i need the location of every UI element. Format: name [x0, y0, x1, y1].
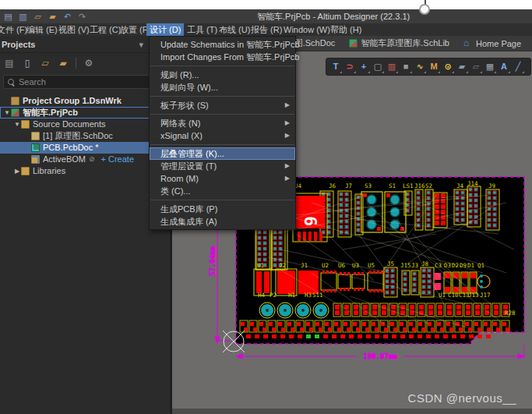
panel-menu-icon[interactable]: ▾	[139, 36, 143, 53]
text-icon[interactable]: A	[497, 59, 511, 74]
tree-item-7[interactable]: ▶Libraries	[0, 165, 170, 177]
pcb-label-U1: U1	[257, 262, 264, 269]
bottom-strip	[170, 409, 532, 414]
create-link[interactable]: + Create	[101, 154, 135, 165]
interactive-route-icon[interactable]: M	[427, 59, 441, 74]
design-menu-item-6[interactable]: 板子形状 (S)▶	[150, 99, 295, 111]
menubar-item-6[interactable]: 设计 (D)	[146, 23, 184, 36]
design-menu-item-14[interactable]: 类 (C)...	[150, 185, 295, 197]
menubar-item-10[interactable]: Window (W)	[280, 23, 333, 36]
open-project-icon[interactable]: ▰	[48, 12, 58, 22]
folder-yellow-icon	[21, 167, 30, 175]
submenu-arrow-icon: ▶	[285, 99, 290, 111]
open-folder-icon[interactable]: ▱	[40, 58, 51, 69]
design-menu-item-9[interactable]: xSignal (X)▶	[150, 129, 295, 142]
design-dropdown-menu: Update Schematics in 智能车.PrjPcbImport Ch…	[149, 36, 296, 230]
pcb-label-S2: S2	[425, 182, 432, 189]
pin-icon[interactable]: ⊙	[441, 59, 455, 74]
redo-icon[interactable]: ↷	[77, 12, 87, 22]
add-folder-icon[interactable]: ▰	[58, 58, 69, 69]
design-menu-item-4[interactable]: 规则向导 (W)...	[150, 81, 295, 94]
expand-arrow-icon[interactable]: ▶	[13, 165, 21, 177]
schdoc-icon	[31, 132, 40, 140]
design-menu-item-label: 规则向导 (W)...	[160, 83, 218, 92]
project-tree: Project Group 1.DsnWrk▼智能车.PrjPcb▼Source…	[0, 95, 170, 177]
filter-icon[interactable]: T	[329, 59, 343, 74]
design-menu-item-1[interactable]: Import Changes From 智能车.PrjPcb	[150, 51, 295, 63]
design-menu-item-label: 生成PCB库 (P)	[160, 204, 217, 214]
select-area-icon[interactable]: ▢	[371, 59, 385, 74]
magnet-icon[interactable]: ⊃	[343, 59, 357, 74]
doc-tab-3[interactable]: 智能车原理图库.SchLib	[342, 36, 456, 51]
pcb-label-U1: U1	[439, 292, 446, 299]
pcb-label-H1: H1	[288, 292, 295, 299]
document-icon[interactable]: ▯	[22, 58, 33, 69]
tree-item-label: [1] 原理图.SchDoc	[43, 130, 113, 142]
home-icon: ⌂	[463, 39, 473, 48]
pcb-label-R28: R28	[505, 310, 516, 317]
design-menu-item-8[interactable]: 网络表 (N)▶	[150, 117, 295, 129]
tree-item-3[interactable]: ▼Source Documents	[0, 119, 170, 130]
design-menu-item-13[interactable]: Room (M)▶	[150, 172, 295, 185]
design-menu-item-3[interactable]: 规则 (R)...	[150, 69, 295, 81]
design-menu-item-label: 层叠管理器 (K)...	[160, 149, 224, 158]
menubar-item-11[interactable]: 帮助 (H)	[327, 23, 365, 36]
grid-icon[interactable]: ▦	[483, 59, 497, 74]
submenu-arrow-icon: ▶	[285, 172, 290, 185]
title-bar: ▤▥▱▰↶↷ 智能车.PrjPcb - Altium Designer (22.…	[0, 9, 532, 23]
pcb-label-U2: U2	[322, 262, 329, 269]
pcb-label-J7: J7	[345, 182, 352, 189]
settings-icon[interactable]: ⚙	[83, 58, 94, 69]
pcb-label-D1: D1	[467, 262, 474, 269]
plane-icon[interactable]: ▱	[469, 59, 483, 74]
undo-icon[interactable]: ↶	[62, 12, 72, 22]
design-menu-item-16[interactable]: 生成PCB库 (P)	[150, 203, 295, 215]
projects-search-input[interactable]: Search	[3, 75, 167, 89]
tree-item-2[interactable]: ▼智能车.PrjPcb	[0, 107, 170, 119]
design-menu-item-12[interactable]: 管理层设置 (T)▶	[150, 160, 295, 172]
design-menu-item-label: 生成集成库 (A)	[160, 217, 217, 226]
save-icon[interactable]: ▤	[3, 12, 13, 22]
folder-tan-icon	[11, 97, 19, 105]
measure-icon[interactable]: ▥	[385, 59, 399, 74]
design-menu-item-11[interactable]: 层叠管理器 (K)...	[150, 147, 295, 160]
crosshair-icon[interactable]: +	[357, 59, 371, 74]
design-menu-item-label: Import Changes From 智能车.PrjPcb	[160, 52, 300, 62]
design-menu-item-17[interactable]: 生成集成库 (A)	[150, 215, 295, 228]
collapse-arrow-icon[interactable]: ▼	[3, 107, 11, 119]
pcb-label-J8: J8	[421, 260, 429, 267]
pcb-label-6: 6	[301, 216, 320, 226]
design-menu-item-label: 管理层设置 (T)	[160, 161, 217, 171]
pcb-label-J3: J3	[411, 262, 418, 269]
pcb-label-J6: J6	[329, 182, 336, 189]
tree-item-label: Source Documents	[33, 119, 106, 130]
tree-item-5[interactable]: PCB.PcbDoc *	[0, 142, 170, 154]
pcb-label-J2: J2	[279, 262, 286, 269]
line-icon[interactable]: ╱	[511, 59, 525, 74]
tree-item-4[interactable]: [1] 原理图.SchDoc	[0, 130, 170, 142]
save-icon[interactable]: ▤	[4, 58, 15, 69]
design-menu-item-0[interactable]: Update Schematics in 智能车.PrjPcb	[150, 38, 295, 51]
submenu-arrow-icon: ▶	[285, 129, 290, 142]
pcb-label-J16: J16	[414, 182, 425, 189]
tree-item-6[interactable]: ActiveBOM⊘+ Create	[0, 154, 170, 165]
tree-item-label: PCB.PcbDoc *	[43, 142, 99, 154]
collapse-arrow-icon[interactable]: ▼	[13, 119, 21, 130]
design-menu-item-label: 网络表 (N)	[160, 119, 200, 128]
pcb-label-H3: H3	[305, 292, 312, 299]
altium-designer-window: { "window": { "title": "智能车.PrjPcb - Alt…	[0, 0, 532, 414]
polygon-icon[interactable]: ▰	[455, 59, 469, 74]
info-badge: ⊘	[89, 154, 95, 165]
project-icon	[11, 108, 19, 117]
open-icon[interactable]: ▱	[33, 12, 43, 22]
design-menu-item-label: 板子形状 (S)	[160, 101, 209, 110]
save-all-icon[interactable]: ▥	[18, 12, 28, 22]
search-placeholder: Search	[19, 77, 46, 87]
route-icon[interactable]: ∿	[413, 59, 427, 74]
doc-tab-4[interactable]: ⌂Home Page	[456, 36, 528, 51]
pcb-label-U6: U6	[338, 262, 346, 269]
tree-item-label: Libraries	[33, 165, 65, 177]
tree-item-1[interactable]: Project Group 1.DsnWrk	[0, 95, 170, 107]
room-icon[interactable]: ■	[399, 59, 413, 74]
menu-separator	[150, 200, 294, 200]
